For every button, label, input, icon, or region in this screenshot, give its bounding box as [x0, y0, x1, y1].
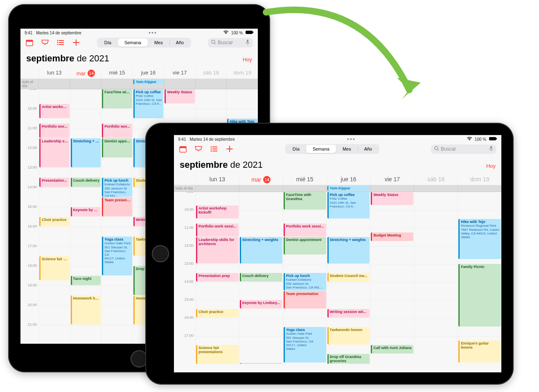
- event[interactable]: FaceTime with Grandma: [284, 192, 326, 210]
- day-header-mar[interactable]: mar14: [239, 173, 283, 185]
- event[interactable]: Portfolio wor...: [102, 124, 132, 138]
- allday-cell-mar[interactable]: [239, 185, 283, 191]
- day-header-vie[interactable]: vie 17: [370, 173, 414, 185]
- view-segment[interactable]: Día Semana Mes Año: [97, 38, 191, 47]
- event[interactable]: Pick up coffeePhilz Coffee 3101 24th St,…: [327, 192, 370, 219]
- event[interactable]: Team presentation: [284, 291, 326, 309]
- today-link[interactable]: Hoy: [486, 163, 496, 169]
- event[interactable]: Leadership skills for architects: [196, 237, 239, 264]
- allday-cell-jue[interactable]: Yom Kippur: [327, 185, 370, 191]
- event[interactable]: Couch delivery: [71, 178, 101, 187]
- event[interactable]: Budget Meeting: [371, 232, 413, 241]
- event[interactable]: Yoga classGolden Gate Park 501 Stanyan S…: [284, 327, 326, 363]
- event[interactable]: Dentist appointment: [284, 237, 326, 255]
- allday-cell-sab[interactable]: [414, 185, 458, 191]
- day-header-sab[interactable]: sáb 18: [195, 66, 227, 79]
- day-header-lun[interactable]: lun 13: [38, 66, 70, 79]
- event[interactable]: Student Council me...: [327, 273, 370, 282]
- multitask-dots[interactable]: •••: [149, 29, 157, 36]
- day-column-dom[interactable]: Hike with TejoRedwood Regional Park 7867…: [458, 192, 501, 364]
- event[interactable]: Call with Aunt Juliana: [371, 345, 413, 354]
- allday-event[interactable]: Yom Kippur: [327, 186, 370, 191]
- event[interactable]: Pick up lunchKokkari Estiatorio 200 Jack…: [102, 178, 132, 197]
- event[interactable]: Homework help: [71, 295, 101, 324]
- allday-cell-vie[interactable]: [164, 79, 195, 89]
- event[interactable]: Keynote by Lindsey...: [240, 300, 282, 309]
- day-column-lun[interactable]: Artist workshop kickoff!Portfolio work s…: [195, 192, 239, 364]
- event[interactable]: Family Picnic: [458, 264, 501, 327]
- view-segment[interactable]: Día Semana Mes Año: [285, 144, 379, 154]
- inbox-icon[interactable]: [194, 145, 203, 153]
- event[interactable]: Science fair presentations: [39, 256, 70, 280]
- list-icon[interactable]: [56, 38, 65, 47]
- event[interactable]: Writing session wit...: [327, 309, 370, 318]
- day-column-sab[interactable]: [414, 192, 458, 364]
- day-column-mar[interactable]: Stretching + weightsCouch deliveryKeynot…: [70, 89, 101, 344]
- event[interactable]: Enrique's guitar lesons: [458, 340, 501, 363]
- mic-icon[interactable]: [489, 146, 493, 153]
- allday-event[interactable]: Yom Kippur: [133, 79, 164, 84]
- day-header-vie[interactable]: vie 17: [164, 66, 195, 79]
- side-button[interactable]: [513, 246, 514, 261]
- day-header-lun[interactable]: lun 13: [195, 173, 239, 185]
- seg-day[interactable]: Día: [98, 38, 118, 47]
- search-input[interactable]: Buscar: [431, 144, 496, 154]
- event[interactable]: Presentation prep: [196, 273, 239, 282]
- mic-icon[interactable]: [246, 39, 250, 46]
- seg-year[interactable]: Año: [169, 38, 191, 47]
- day-column-mie[interactable]: FaceTime with GrandmaPortfolio work sess…: [283, 192, 327, 364]
- event[interactable]: Pick up coffeePhilz Coffee 3101 24th St,…: [133, 89, 164, 118]
- seg-week[interactable]: Semana: [306, 145, 336, 153]
- home-button[interactable]: [152, 245, 169, 262]
- event[interactable]: Dentist appointment: [102, 138, 132, 158]
- allday-cell-mar[interactable]: [70, 79, 101, 89]
- allday-cell-sab[interactable]: [195, 79, 227, 89]
- event[interactable]: Artist workshop kickoff!: [39, 104, 70, 118]
- search-input[interactable]: Buscar: [208, 38, 253, 47]
- event[interactable]: Choir practice: [196, 309, 239, 318]
- day-column-mie[interactable]: FaceTime with GrandmaPortfolio wor...Den…: [101, 89, 133, 344]
- allday-cell-mie[interactable]: [283, 185, 327, 191]
- seg-week[interactable]: Semana: [118, 38, 148, 47]
- event[interactable]: Keynote by Li...: [71, 207, 101, 216]
- event[interactable]: Couch delivery: [240, 273, 282, 282]
- seg-day[interactable]: Día: [286, 145, 306, 153]
- day-header-mie[interactable]: mié 15: [101, 66, 133, 79]
- event[interactable]: Yoga classGolden Gate Park 501 Stanyan S…: [102, 237, 132, 275]
- day-header-dom[interactable]: dom 19: [458, 173, 501, 185]
- seg-month[interactable]: Mes: [148, 38, 169, 47]
- seg-year[interactable]: Año: [358, 145, 379, 153]
- day-column-lun[interactable]: Artist workshop kickoff!Portfolio wor...…: [38, 89, 70, 344]
- calendar-icon[interactable]: [179, 145, 187, 153]
- calendar-icon[interactable]: [25, 38, 34, 47]
- event[interactable]: Science fair presentations: [196, 345, 239, 364]
- event[interactable]: Taco night: [240, 363, 282, 364]
- event[interactable]: Pick up lunchKokkari Estiatorio 200 Jack…: [284, 273, 326, 291]
- day-header-jue[interactable]: jue 16: [327, 173, 370, 185]
- event[interactable]: FaceTime with Grandma: [102, 89, 132, 108]
- allday-cell-lun[interactable]: [38, 79, 70, 89]
- add-icon[interactable]: [226, 145, 234, 153]
- day-header-mar[interactable]: mar14: [70, 66, 101, 79]
- today-link[interactable]: Hoy: [243, 56, 252, 63]
- event[interactable]: Team presentation: [102, 197, 132, 216]
- allday-cell-vie[interactable]: [370, 185, 414, 191]
- event[interactable]: Hike with TejoRedwood Regional Park 7867…: [458, 219, 501, 259]
- allday-cell-lun[interactable]: [195, 185, 239, 191]
- event[interactable]: Taekwondo lesson: [327, 327, 370, 345]
- event[interactable]: Portfolio wor...: [39, 124, 70, 138]
- day-column-mar[interactable]: Stretching + weightsCouch deliveryKeynot…: [239, 192, 283, 364]
- multitask-dots[interactable]: •••: [347, 136, 356, 142]
- day-column-jue[interactable]: Pick up coffeePhilz Coffee 3101 24th St,…: [327, 192, 370, 364]
- allday-cell-dom[interactable]: [226, 79, 258, 89]
- allday-cell-dom[interactable]: [458, 185, 501, 191]
- event[interactable]: Weekly Status: [371, 192, 413, 205]
- event[interactable]: Stretching + weights: [240, 237, 282, 264]
- day-header-dom[interactable]: dom 19: [226, 66, 258, 79]
- event[interactable]: Taco night: [71, 276, 101, 285]
- allday-cell-mie[interactable]: [101, 79, 133, 89]
- allday-cell-jue[interactable]: Yom Kippur: [133, 79, 164, 89]
- event[interactable]: Artist workshop kickoff!: [196, 205, 239, 219]
- event[interactable]: Leadership skills for architects: [39, 138, 70, 167]
- day-header-mie[interactable]: mié 15: [283, 173, 327, 185]
